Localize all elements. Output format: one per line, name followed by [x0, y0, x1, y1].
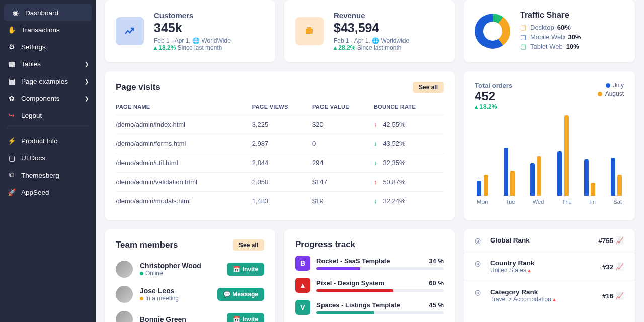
avatar	[116, 311, 133, 322]
progress-item: VSpaces - Listings Template45 %	[295, 300, 444, 315]
page-visits-card: Page visits See all PAGE NAMEPAGE VIEWSP…	[105, 71, 455, 220]
nav-appseed[interactable]: 🚀AppSeed	[0, 184, 96, 201]
device-icon: ▢	[520, 24, 527, 31]
arrow-up-icon: ↑	[374, 178, 377, 186]
nav-product-info[interactable]: ⚡Product Info	[0, 132, 96, 149]
traffic-row: ▢ Tablet Web 10%	[520, 43, 581, 50]
nav-dashboard[interactable]: ◉Dashboard	[4, 4, 92, 21]
nav-themesberg[interactable]: ⧉Themesberg	[0, 167, 96, 184]
chart-legend: JulyAugust	[598, 82, 624, 99]
svg-rect-1	[307, 27, 311, 29]
project-icon: V	[295, 300, 310, 315]
orders-card: Total orders 452 ▴ 18.2% JulyAugust MonT…	[464, 71, 635, 220]
nav-settings[interactable]: ⚙Settings	[0, 38, 96, 55]
progress-card: Progress track BRocket - SaaS Template34…	[284, 229, 455, 322]
revenue-period: Feb 1 - Apr 1, 🌐 Worldwide	[334, 37, 409, 44]
cash-register-icon	[295, 17, 324, 45]
rank-icon: ◎	[475, 288, 483, 296]
table-row: /demo/admin/validation.html2,050$147↑50,…	[116, 173, 444, 192]
components-icon: ✿	[7, 94, 16, 102]
main-content: Customers 345k Feb 1 - Apr 1, 🌐 WorldWid…	[96, 0, 644, 322]
nav-components[interactable]: ✿Components❯	[0, 90, 96, 107]
project-icon: B	[295, 256, 310, 271]
chart-icon: 📈	[615, 237, 624, 245]
orders-delta: ▴ 18.2%	[475, 103, 512, 110]
traffic-title: Traffic Share	[520, 11, 581, 20]
device-icon: ▢	[520, 33, 527, 41]
traffic-row: ▢ Mobile Web 30%	[520, 33, 581, 41]
revenue-card: Revenue $43,594 Feb 1 - Apr 1, 🌐 Worldwi…	[284, 0, 455, 62]
revenue-title: Revenue	[334, 11, 409, 20]
chevron-right-icon: ❯	[85, 61, 89, 67]
logout-icon: ↪	[7, 111, 16, 119]
table-row: /demo/admin/forms.html2,9870↓43,52%	[116, 134, 444, 153]
team-member: Bonnie Green📅 Invite	[116, 307, 264, 322]
progress-title: Progress track	[295, 239, 355, 250]
traffic-donut-chart	[475, 14, 510, 49]
traffic-card: Traffic Share ▢ Desktop 60%▢ Mobile Web …	[464, 0, 635, 62]
customers-value: 345k	[154, 21, 231, 35]
rank-icon: ◎	[475, 236, 483, 245]
rank-item[interactable]: ◎Global Rank#755 📈	[464, 229, 635, 252]
arrow-down-icon: ↓	[374, 197, 377, 205]
customers-title: Customers	[154, 11, 231, 20]
chart-icon: 📈	[615, 292, 624, 300]
team-member: Christopher WoodOnline📅 Invite	[116, 257, 264, 282]
avatar	[116, 261, 133, 278]
rank-icon: ◎	[475, 259, 483, 267]
sidebar: ◉Dashboard✋Transactions⚙Settings▦Tables❯…	[0, 0, 96, 322]
rank-item[interactable]: ◎Category RankTravel > Accomodation ▴#16…	[464, 281, 635, 310]
team-member: Jose LeosIn a meeting💬 Message	[116, 282, 264, 307]
bar-group	[611, 158, 622, 196]
tables-icon: ▦	[7, 60, 16, 68]
orders-label: Total orders	[475, 82, 512, 89]
invite-button[interactable]: 📅 Invite	[227, 313, 264, 322]
bar-group	[477, 175, 488, 196]
table-row: /demo/admin/modals.html1,483$19↓32,24%	[116, 192, 444, 211]
transactions-icon: ✋	[7, 26, 16, 34]
arrow-up-icon: ↑	[374, 121, 377, 128]
team-title: Team members	[116, 240, 178, 250]
team-card: Team members See all Christopher WoodOnl…	[105, 229, 275, 322]
bar-group	[584, 159, 595, 196]
chart-x-labels: MonTueWedThuFriSat	[475, 196, 624, 205]
bar-group	[557, 115, 569, 196]
orders-value: 452	[475, 89, 512, 103]
bar-group	[504, 148, 515, 196]
orders-bar-chart	[475, 110, 624, 196]
customers-period: Feb 1 - Apr 1, 🌐 WorldWide	[154, 37, 231, 44]
chart-icon: 📈	[615, 263, 624, 271]
rank-item[interactable]: ◎Country RankUnited States ▴#32 📈	[464, 252, 635, 281]
nav-transactions[interactable]: ✋Transactions	[0, 21, 96, 38]
page examples-icon: ▤	[7, 77, 16, 85]
nav-logout[interactable]: ↪Logout	[0, 107, 96, 124]
device-icon: ▢	[520, 43, 527, 50]
table-row: /demo/admin/util.html2,844294↓32,35%	[116, 153, 444, 173]
nav-ui-docs[interactable]: ▢UI Docs	[0, 149, 96, 167]
chevron-right-icon: ❯	[85, 78, 89, 84]
nav-tables[interactable]: ▦Tables❯	[0, 55, 96, 72]
message-button[interactable]: 💬 Message	[217, 288, 264, 301]
nav-page-examples[interactable]: ▤Page examples❯	[0, 72, 96, 90]
see-all-button[interactable]: See all	[413, 82, 444, 93]
page-visits-table: PAGE NAMEPAGE VIEWSPAGE VALUEBOUNCE RATE…	[116, 99, 444, 210]
progress-item: ▲Pixel - Design System60 %	[295, 278, 444, 293]
table-row: /demo/admin/index.html3,225$20↑42,55%	[116, 115, 444, 134]
revenue-delta: ▴ 28.2% Since last month	[334, 44, 409, 51]
avatar	[116, 286, 133, 303]
ranks-card: ◎Global Rank#755 📈◎Country RankUnited St…	[464, 229, 635, 322]
invite-button[interactable]: 📅 Invite	[227, 263, 264, 276]
arrow-down-icon: ↓	[374, 159, 377, 167]
bar-group	[530, 156, 541, 196]
customers-delta: ▴ 18.2% Since last month	[154, 44, 231, 51]
dashboard-icon: ◉	[11, 9, 20, 17]
see-all-button[interactable]: See all	[233, 239, 264, 251]
chart-line-icon	[116, 17, 144, 45]
nav-separator	[7, 128, 89, 128]
project-icon: ▲	[295, 278, 310, 293]
chevron-right-icon: ❯	[85, 96, 89, 101]
settings-icon: ⚙	[7, 43, 16, 51]
arrow-down-icon: ↓	[374, 140, 377, 147]
progress-item: BRocket - SaaS Template34 %	[295, 256, 444, 271]
customers-card: Customers 345k Feb 1 - Apr 1, 🌐 WorldWid…	[105, 0, 275, 62]
